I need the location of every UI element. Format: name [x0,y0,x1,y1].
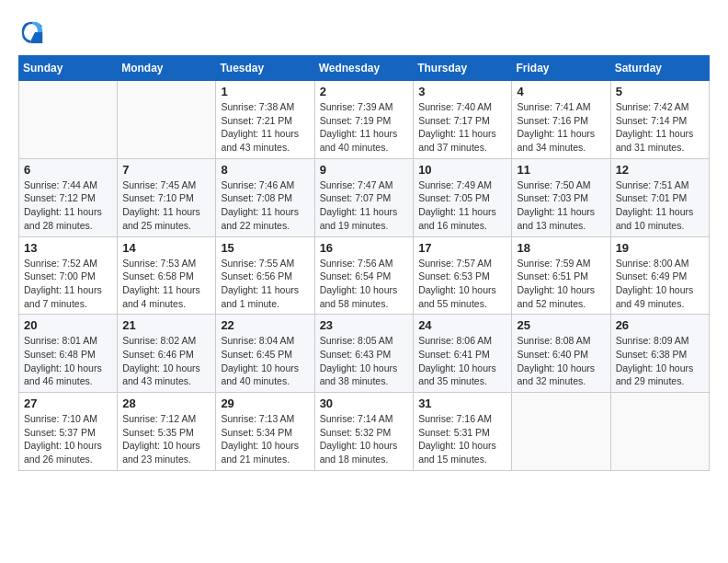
day-number: 22 [221,318,309,332]
calendar-week-4: 20Sunrise: 8:01 AMSunset: 6:48 PMDayligh… [19,315,710,393]
day-detail: Sunrise: 8:04 AMSunset: 6:45 PMDaylight:… [221,334,309,388]
day-number: 9 [320,163,409,177]
day-number: 14 [122,241,210,255]
day-detail: Sunrise: 7:45 AMSunset: 7:10 PMDaylight:… [122,178,210,233]
day-number: 26 [616,318,704,332]
calendar-week-1: 1Sunrise: 7:38 AMSunset: 7:21 PMDaylight… [19,81,710,159]
day-detail: Sunrise: 7:59 AMSunset: 6:51 PMDaylight:… [517,257,605,311]
calendar-cell: 6Sunrise: 7:44 AMSunset: 7:12 PMDaylight… [19,158,118,236]
calendar-week-2: 6Sunrise: 7:44 AMSunset: 7:12 PMDaylight… [19,158,710,236]
day-number: 17 [418,241,506,255]
day-detail: Sunrise: 7:51 AMSunset: 7:01 PMDaylight:… [616,178,704,233]
header-thursday: Thursday [414,56,512,81]
day-number: 29 [221,396,309,410]
header-tuesday: Tuesday [216,56,314,81]
calendar-cell: 5Sunrise: 7:42 AMSunset: 7:14 PMDaylight… [610,81,709,159]
day-number: 28 [122,396,210,410]
day-number: 4 [517,85,605,98]
day-number: 25 [517,318,605,332]
header-wednesday: Wednesday [314,56,414,81]
day-number: 30 [320,396,409,410]
calendar-cell: 14Sunrise: 7:53 AMSunset: 6:58 PMDayligh… [118,236,216,315]
svg-marker-0 [31,32,43,43]
day-detail: Sunrise: 7:49 AMSunset: 7:05 PMDaylight:… [418,178,506,233]
day-number: 2 [320,85,409,98]
day-detail: Sunrise: 7:47 AMSunset: 7:07 PMDaylight:… [320,178,409,233]
day-detail: Sunrise: 7:40 AMSunset: 7:17 PMDaylight:… [418,100,506,155]
calendar-cell: 15Sunrise: 7:55 AMSunset: 6:56 PMDayligh… [216,236,314,315]
day-number: 3 [418,85,506,98]
calendar-cell: 26Sunrise: 8:09 AMSunset: 6:38 PMDayligh… [610,315,709,393]
page-header [18,18,710,46]
day-number: 31 [418,396,506,410]
calendar-cell: 9Sunrise: 7:47 AMSunset: 7:07 PMDaylight… [314,158,414,236]
calendar-cell: 28Sunrise: 7:12 AMSunset: 5:35 PMDayligh… [118,393,216,471]
calendar-cell: 27Sunrise: 7:10 AMSunset: 5:37 PMDayligh… [19,393,118,471]
calendar-week-3: 13Sunrise: 7:52 AMSunset: 7:00 PMDayligh… [19,236,710,315]
calendar-cell: 31Sunrise: 7:16 AMSunset: 5:31 PMDayligh… [414,393,512,471]
calendar-cell: 21Sunrise: 8:02 AMSunset: 6:46 PMDayligh… [118,315,216,393]
logo-icon [18,18,46,46]
day-detail: Sunrise: 7:10 AMSunset: 5:37 PMDaylight:… [24,412,112,466]
day-number: 23 [320,318,409,332]
header-friday: Friday [512,56,610,81]
calendar-cell: 17Sunrise: 7:57 AMSunset: 6:53 PMDayligh… [414,236,512,315]
calendar-cell: 30Sunrise: 7:14 AMSunset: 5:32 PMDayligh… [314,393,414,471]
calendar-cell [512,393,610,471]
day-number: 6 [24,163,112,177]
calendar-cell: 3Sunrise: 7:40 AMSunset: 7:17 PMDaylight… [414,81,512,159]
day-number: 8 [221,163,309,177]
calendar-cell: 29Sunrise: 7:13 AMSunset: 5:34 PMDayligh… [216,393,314,471]
day-number: 16 [320,241,409,255]
day-detail: Sunrise: 8:00 AMSunset: 6:49 PMDaylight:… [616,257,704,311]
logo [18,18,50,46]
day-number: 13 [24,241,112,255]
day-number: 7 [122,163,210,177]
day-detail: Sunrise: 8:09 AMSunset: 6:38 PMDaylight:… [616,334,704,388]
calendar-cell: 25Sunrise: 8:08 AMSunset: 6:40 PMDayligh… [512,315,610,393]
day-number: 5 [616,85,704,98]
calendar-cell [118,81,216,159]
day-detail: Sunrise: 8:02 AMSunset: 6:46 PMDaylight:… [122,334,210,388]
calendar-cell: 8Sunrise: 7:46 AMSunset: 7:08 PMDaylight… [216,158,314,236]
calendar-cell [19,81,118,159]
day-detail: Sunrise: 7:53 AMSunset: 6:58 PMDaylight:… [122,257,210,311]
day-detail: Sunrise: 7:38 AMSunset: 7:21 PMDaylight:… [221,100,309,155]
day-detail: Sunrise: 7:13 AMSunset: 5:34 PMDaylight:… [221,412,309,466]
calendar-cell: 10Sunrise: 7:49 AMSunset: 7:05 PMDayligh… [414,158,512,236]
day-detail: Sunrise: 7:50 AMSunset: 7:03 PMDaylight:… [517,178,605,233]
calendar-cell: 2Sunrise: 7:39 AMSunset: 7:19 PMDaylight… [314,81,414,159]
calendar-cell: 20Sunrise: 8:01 AMSunset: 6:48 PMDayligh… [19,315,118,393]
day-number: 21 [122,318,210,332]
calendar-cell [610,393,709,471]
day-number: 19 [616,241,704,255]
calendar-cell: 7Sunrise: 7:45 AMSunset: 7:10 PMDaylight… [118,158,216,236]
day-detail: Sunrise: 8:06 AMSunset: 6:41 PMDaylight:… [418,334,506,388]
day-detail: Sunrise: 7:55 AMSunset: 6:56 PMDaylight:… [221,257,309,311]
day-detail: Sunrise: 8:08 AMSunset: 6:40 PMDaylight:… [517,334,605,388]
calendar-cell: 1Sunrise: 7:38 AMSunset: 7:21 PMDaylight… [216,81,314,159]
calendar-cell: 23Sunrise: 8:05 AMSunset: 6:43 PMDayligh… [314,315,414,393]
header-monday: Monday [118,56,216,81]
day-detail: Sunrise: 7:41 AMSunset: 7:16 PMDaylight:… [517,100,605,155]
calendar-cell: 16Sunrise: 7:56 AMSunset: 6:54 PMDayligh… [314,236,414,315]
calendar-cell: 18Sunrise: 7:59 AMSunset: 6:51 PMDayligh… [512,236,610,315]
day-detail: Sunrise: 7:16 AMSunset: 5:31 PMDaylight:… [418,412,506,466]
day-number: 27 [24,396,112,410]
day-number: 11 [517,163,605,177]
header-sunday: Sunday [19,56,118,81]
day-number: 15 [221,241,309,255]
day-detail: Sunrise: 8:01 AMSunset: 6:48 PMDaylight:… [24,334,112,388]
calendar-cell: 19Sunrise: 8:00 AMSunset: 6:49 PMDayligh… [610,236,709,315]
day-number: 10 [418,163,506,177]
calendar-week-5: 27Sunrise: 7:10 AMSunset: 5:37 PMDayligh… [19,393,710,471]
day-number: 18 [517,241,605,255]
day-number: 20 [24,318,112,332]
day-detail: Sunrise: 7:46 AMSunset: 7:08 PMDaylight:… [221,178,309,233]
day-detail: Sunrise: 7:52 AMSunset: 7:00 PMDaylight:… [24,257,112,311]
calendar-cell: 24Sunrise: 8:06 AMSunset: 6:41 PMDayligh… [414,315,512,393]
calendar-cell: 11Sunrise: 7:50 AMSunset: 7:03 PMDayligh… [512,158,610,236]
calendar-cell: 4Sunrise: 7:41 AMSunset: 7:16 PMDaylight… [512,81,610,159]
calendar-header-row: SundayMondayTuesdayWednesdayThursdayFrid… [19,56,710,81]
day-detail: Sunrise: 7:39 AMSunset: 7:19 PMDaylight:… [320,100,409,155]
